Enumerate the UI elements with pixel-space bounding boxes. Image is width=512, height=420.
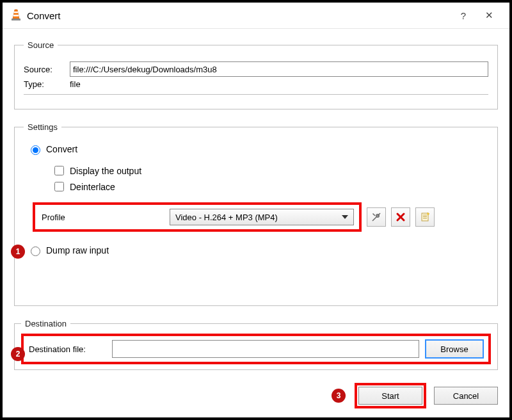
convert-radio[interactable]: Convert xyxy=(28,143,488,155)
destination-legend: Destination xyxy=(21,319,70,328)
wrench-screwdriver-icon xyxy=(371,211,382,223)
window-title: Convert xyxy=(27,10,451,21)
chevron-down-icon xyxy=(342,215,348,219)
svg-rect-1 xyxy=(14,12,19,13)
source-divider xyxy=(24,94,488,95)
start-button[interactable]: Start xyxy=(358,387,422,405)
profile-dropdown-value: Video - H.264 + MP3 (MP4) xyxy=(175,213,278,222)
dump-raw-radio-input[interactable] xyxy=(31,246,40,256)
cancel-button[interactable]: Cancel xyxy=(434,387,498,405)
destination-file-input[interactable] xyxy=(112,340,419,358)
type-label: Type: xyxy=(24,79,63,89)
svg-marker-0 xyxy=(13,10,19,19)
edit-profile-button[interactable] xyxy=(367,207,386,227)
profile-dropdown[interactable]: Video - H.264 + MP3 (MP4) xyxy=(170,209,354,225)
annotation-step-1: 1 xyxy=(11,245,25,259)
settings-legend: Settings xyxy=(24,122,61,132)
source-label: Source: xyxy=(24,65,63,74)
dump-raw-radio-label: Dump raw input xyxy=(46,245,109,255)
svg-rect-3 xyxy=(12,19,20,20)
delete-x-icon xyxy=(396,212,406,222)
destination-group: Destination Destination file: Browse xyxy=(14,319,498,370)
source-input[interactable] xyxy=(70,61,488,77)
convert-radio-label: Convert xyxy=(46,144,77,154)
svg-rect-2 xyxy=(13,15,19,17)
delete-profile-button[interactable] xyxy=(391,207,410,227)
annotation-step-3: 3 xyxy=(332,389,346,403)
dump-raw-radio[interactable]: Dump raw input xyxy=(28,245,488,256)
deinterlace-label: Deinterlace xyxy=(70,182,115,192)
help-button[interactable]: ? xyxy=(451,10,476,21)
settings-group: Settings Convert Display the output Dein… xyxy=(14,122,498,306)
convert-dialog: Convert ? ✕ Source Source: Type: file Se… xyxy=(0,0,512,420)
deinterlace-checkbox[interactable]: Deinterlace xyxy=(52,180,488,193)
display-output-checkbox[interactable]: Display the output xyxy=(52,164,488,177)
convert-radio-input[interactable] xyxy=(31,145,40,155)
new-file-icon xyxy=(419,211,431,223)
app-icon xyxy=(10,9,22,22)
browse-button[interactable]: Browse xyxy=(426,340,483,358)
type-value: file xyxy=(70,79,81,89)
destination-file-label: Destination file: xyxy=(29,344,106,354)
close-button[interactable]: ✕ xyxy=(476,10,502,21)
display-output-input[interactable] xyxy=(54,166,64,175)
source-group: Source Source: Type: file xyxy=(14,40,498,109)
profile-label: Profile xyxy=(35,213,170,222)
source-legend: Source xyxy=(24,40,58,50)
deinterlace-input[interactable] xyxy=(54,182,64,191)
annotation-step-2: 2 xyxy=(11,347,25,361)
display-output-label: Display the output xyxy=(70,166,141,176)
titlebar: Convert ? ✕ xyxy=(3,3,509,29)
new-profile-button[interactable] xyxy=(415,207,435,227)
